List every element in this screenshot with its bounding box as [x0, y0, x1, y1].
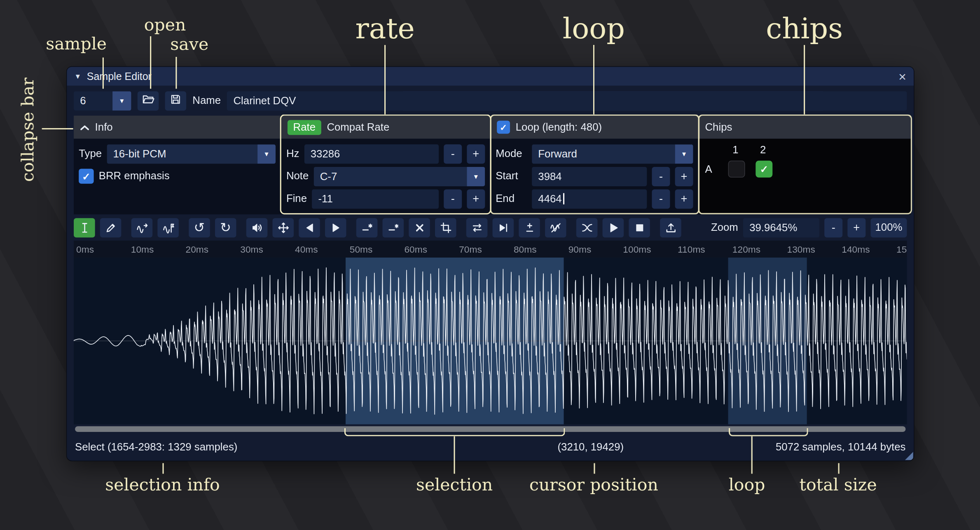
floppy-icon: [170, 94, 181, 107]
status-cursor-position: (3210, 19429): [557, 441, 624, 454]
type-label: Type: [79, 148, 102, 160]
tool-import-button[interactable]: [660, 218, 681, 237]
tool-edit-draw-button[interactable]: [100, 218, 122, 237]
tool-crossfade-button[interactable]: [576, 218, 598, 237]
titlebar[interactable]: ▼ Sample Editor ×: [67, 67, 914, 85]
tool-redo-button[interactable]: ↻: [215, 218, 236, 237]
fade-out-icon: [330, 222, 341, 234]
annotation-rate-label: rate: [355, 11, 414, 45]
info-collapse-button[interactable]: [80, 121, 89, 133]
annotation-cursor-position-line: [594, 463, 595, 474]
sample-selector-value[interactable]: 6: [74, 91, 112, 110]
brr-emphasis-checkbox[interactable]: ✓: [79, 169, 94, 183]
status-total-size: 5072 samples, 10144 bytes: [776, 441, 905, 454]
tool-delete-button[interactable]: [409, 218, 430, 237]
zoom-label: Zoom: [711, 221, 738, 234]
annotation-loop-bottom-label: loop: [729, 475, 765, 495]
tool-normalize-button[interactable]: [273, 218, 294, 237]
save-button[interactable]: [165, 91, 187, 110]
close-icon[interactable]: ×: [898, 70, 906, 83]
stop-icon: [634, 222, 646, 234]
tool-reverse-button[interactable]: [466, 218, 488, 237]
tool-fade-out-button[interactable]: [325, 218, 346, 237]
timeline-label: 10ms: [131, 244, 154, 254]
tool-resample-button[interactable]: [157, 218, 179, 237]
insert-silence-icon: [361, 222, 373, 234]
resize-icon: [136, 222, 148, 234]
annotation-rate-rect: [280, 115, 491, 215]
chevron-down-icon[interactable]: ▼: [257, 144, 276, 164]
tool-stop-button[interactable]: [629, 218, 650, 237]
folder-open-icon: [142, 94, 155, 107]
annotation-collapse-line: [42, 128, 73, 129]
tool-fade-in-button[interactable]: [299, 218, 320, 237]
delete-icon: [414, 222, 426, 234]
reverse-icon: [471, 222, 483, 234]
tool-trim-button[interactable]: [435, 218, 456, 237]
tool-apply-silence-button[interactable]: [383, 218, 404, 237]
tool-resize-button[interactable]: [131, 218, 153, 237]
annotation-selection-label: selection: [416, 475, 493, 495]
sample-selector[interactable]: 6 ▼: [74, 91, 131, 110]
timeline-label: 110ms: [678, 244, 705, 254]
tool-preview-button[interactable]: [603, 218, 624, 237]
chevron-up-icon: [80, 121, 89, 133]
timeline-label: 140ms: [842, 244, 870, 254]
trim-icon: [440, 222, 451, 234]
edit-select-icon: [78, 222, 90, 234]
tool-edit-select-button[interactable]: [74, 218, 95, 237]
window-title: Sample Editor: [87, 70, 152, 82]
fade-in-icon: [304, 222, 316, 234]
waveform-view[interactable]: [74, 258, 907, 424]
tool-invert-button[interactable]: [493, 218, 514, 237]
annotation-sample-line: [103, 58, 104, 89]
resize-grip[interactable]: [905, 452, 913, 460]
file-row: 6 ▼ Name Clarinet DQV: [67, 86, 914, 116]
status-bar: Select (1654-2983: 1329 samples) (3210, …: [67, 434, 914, 461]
sample-toolbar: ↺↻ Zoom 39.9645% - + 100%: [67, 214, 914, 241]
annotation-selection-info-line: [162, 463, 164, 474]
tool-amplify-button[interactable]: [246, 218, 268, 237]
zoom-reset-button[interactable]: 100%: [870, 218, 907, 237]
tool-insert-silence-button[interactable]: [356, 218, 378, 237]
timeline-label: 30ms: [240, 244, 263, 254]
annotation-loop-line: [593, 45, 594, 114]
chevron-down-icon[interactable]: ▼: [112, 91, 131, 110]
timeline-label: 20ms: [186, 244, 209, 254]
check-icon: ✓: [82, 170, 90, 182]
timeline-ruler[interactable]: 0ms10ms20ms30ms40ms50ms60ms70ms80ms90ms1…: [74, 241, 907, 258]
timeline-label: 0ms: [76, 244, 94, 254]
type-value: 16-bit PCM: [107, 144, 257, 164]
redo-icon: ↻: [220, 220, 231, 234]
tool-undo-button[interactable]: ↺: [189, 218, 210, 237]
timeline-label: 100ms: [623, 244, 651, 254]
amplify-icon: [251, 222, 263, 234]
timeline-label: 50ms: [350, 244, 373, 254]
import-icon: [665, 222, 677, 234]
annotation-chips-label: chips: [766, 11, 843, 45]
collapse-triangle-icon[interactable]: ▼: [75, 73, 82, 80]
waveform-trace: [74, 258, 907, 424]
info-panel-title: Info: [95, 121, 113, 133]
timeline-label: 90ms: [568, 244, 592, 254]
annotation-cursor-position-label: cursor position: [529, 475, 658, 495]
filter-icon: [550, 222, 561, 234]
status-selection-info: Select (1654-2983: 1329 samples): [75, 441, 237, 454]
zoom-plus-button[interactable]: +: [847, 218, 865, 237]
annotation-chips-line: [804, 45, 805, 114]
timeline-label: 150ms: [896, 244, 907, 254]
timeline-label: 40ms: [295, 244, 318, 254]
annotation-save-line: [175, 57, 177, 89]
type-dropdown[interactable]: 16-bit PCM ▼: [107, 144, 276, 164]
toolbar-tools: ↺↻: [74, 218, 691, 237]
tool-sign-button[interactable]: [519, 218, 540, 237]
open-button[interactable]: [138, 91, 159, 110]
tool-filter-button[interactable]: [545, 218, 566, 237]
annotation-collapse-bar-label: collapse bar: [18, 75, 37, 185]
zoom-input[interactable]: 39.9645%: [743, 218, 819, 237]
edit-draw-icon: [105, 222, 117, 234]
stage: ▼ Sample Editor × 6 ▼ Name Clarinet DQV: [0, 0, 980, 530]
timeline-label: 130ms: [787, 244, 815, 254]
zoom-minus-button[interactable]: -: [824, 218, 842, 237]
crossfade-icon: [581, 222, 593, 234]
